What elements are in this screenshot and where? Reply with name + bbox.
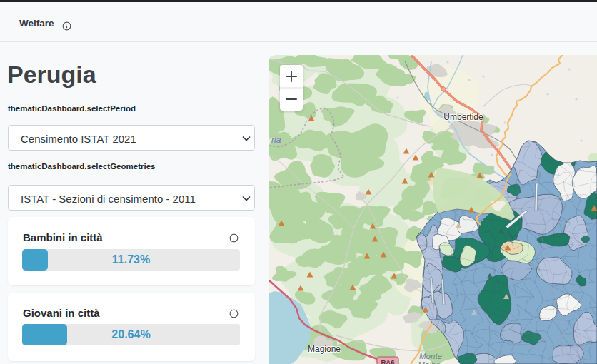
svg-text:Magione: Magione	[308, 344, 341, 354]
svg-text:Monte: Monte	[419, 352, 442, 360]
svg-text:Malbe: Malbe	[418, 360, 440, 364]
svg-text:RA6: RA6	[381, 358, 394, 364]
svg-text:ria: ria	[271, 135, 281, 145]
svg-text:Umbertide: Umbertide	[443, 112, 483, 122]
